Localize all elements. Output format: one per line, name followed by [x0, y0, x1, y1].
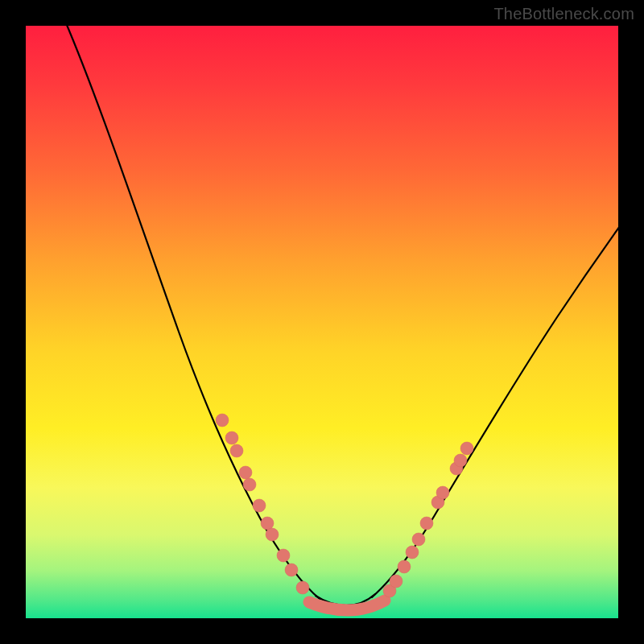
- svg-point-10: [296, 581, 309, 594]
- bottleneck-curve: [26, 26, 618, 618]
- watermark-text: TheBottleneck.com: [493, 5, 634, 23]
- svg-point-6: [261, 517, 274, 530]
- svg-point-15: [412, 533, 425, 546]
- svg-point-0: [216, 414, 229, 427]
- svg-point-18: [436, 486, 449, 499]
- svg-point-8: [277, 549, 290, 562]
- svg-point-16: [420, 517, 433, 530]
- svg-point-21: [460, 442, 473, 455]
- marker-points-right: [383, 442, 473, 597]
- svg-point-14: [406, 546, 419, 559]
- svg-point-1: [225, 431, 238, 444]
- valley-marker-strip: [309, 601, 385, 610]
- plot-area: [26, 26, 618, 618]
- svg-point-3: [239, 466, 252, 479]
- svg-point-12: [390, 575, 402, 588]
- svg-point-7: [266, 528, 279, 541]
- svg-point-20: [454, 454, 467, 467]
- curve-right-arm: [372, 215, 628, 597]
- marker-points-left: [216, 414, 309, 594]
- svg-point-5: [253, 499, 266, 512]
- svg-point-9: [285, 564, 298, 576]
- svg-point-13: [398, 560, 411, 573]
- svg-point-4: [243, 478, 256, 491]
- svg-point-2: [230, 444, 243, 457]
- chart-frame: TheBottleneck.com: [0, 0, 644, 644]
- curve-left-arm: [64, 19, 320, 599]
